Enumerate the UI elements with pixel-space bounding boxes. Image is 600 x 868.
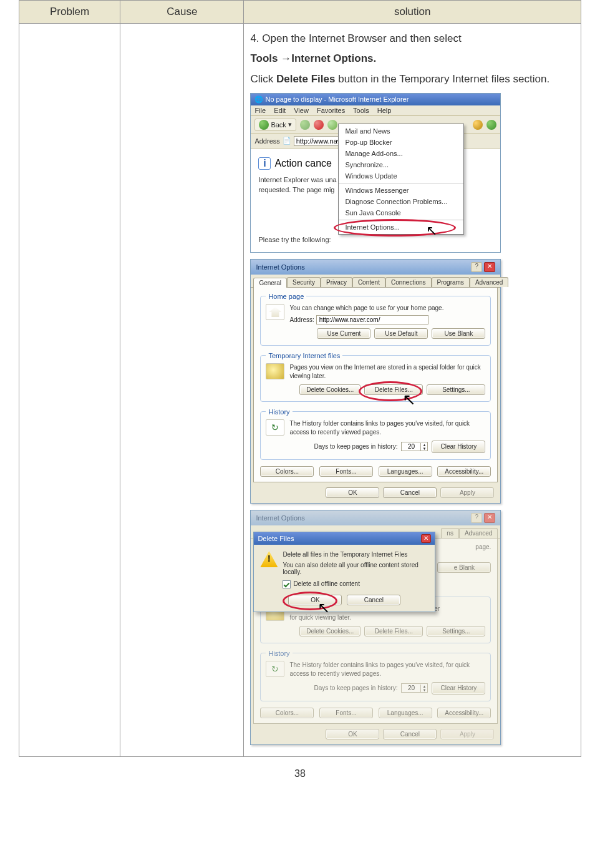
ok-faded: OK xyxy=(326,729,379,739)
tab-connections[interactable]: Connections xyxy=(385,277,432,287)
use-blank-partial: e Blank xyxy=(437,562,491,573)
dd-manage-addons[interactable]: Manage Add-ons... xyxy=(339,148,463,159)
delete-files-text1: Delete all files in the Temporary Intern… xyxy=(283,551,428,558)
homepage-address-input[interactable] xyxy=(316,315,428,324)
stop-button[interactable] xyxy=(314,120,324,130)
colors-button[interactable]: Colors... xyxy=(260,466,314,477)
tab-partial: ns xyxy=(441,528,459,538)
menu-favorites[interactable]: Favorites xyxy=(317,107,345,114)
delete-files-footer: OK ↖ Cancel xyxy=(254,592,435,612)
io-footer: OK Cancel Apply xyxy=(251,485,500,503)
history-days-spinner[interactable]: ▲▼ xyxy=(401,442,428,451)
homepage-legend: Home page xyxy=(266,293,306,300)
tab-content[interactable]: Content xyxy=(352,277,385,287)
history-days-label: Days to keep pages in history: xyxy=(314,442,397,451)
history-legend-faded: History xyxy=(266,650,292,657)
history-days-input[interactable] xyxy=(402,442,420,451)
menu-view[interactable]: View xyxy=(294,107,309,114)
tab-security[interactable]: Security xyxy=(287,277,321,287)
clear-history-button[interactable]: Clear History xyxy=(432,441,485,453)
dd-java-console[interactable]: Sun Java Console xyxy=(339,207,463,218)
use-default-button[interactable]: Use Default xyxy=(374,328,428,339)
menu-tools[interactable]: Tools xyxy=(353,107,369,114)
arrow-icon xyxy=(278,52,291,64)
ie-try-following: Please try the following: xyxy=(258,236,331,243)
fonts-faded: Fonts... xyxy=(319,708,373,718)
delete-cookies-button[interactable]: Delete Cookies... xyxy=(299,384,360,395)
instr-internet-options-bold: Internet Options. xyxy=(291,52,376,64)
history-days-label-faded: Days to keep pages in history: xyxy=(314,684,397,693)
delete-cookies-faded: Delete Cookies... xyxy=(299,626,360,636)
dd-synchronize[interactable]: Synchronize... xyxy=(339,159,463,170)
help-button[interactable]: ? xyxy=(471,262,482,272)
go-icon[interactable] xyxy=(486,120,496,130)
page-number: 38 xyxy=(19,768,581,779)
dd-internet-options[interactable]: Internet Options... ↖ xyxy=(339,222,463,233)
instruction-text: 4. Open the Internet Browser and then se… xyxy=(250,29,574,89)
refresh-button[interactable] xyxy=(327,120,337,130)
favorites-icon[interactable] xyxy=(473,120,483,130)
cell-problem xyxy=(19,24,120,757)
io-titlebar: Internet Options ?✕ xyxy=(251,260,500,275)
dd-popup-blocker[interactable]: Pop-up Blocker xyxy=(339,137,463,148)
dd-diagnose[interactable]: Diagnose Connection Problems... xyxy=(339,196,463,207)
io-apply-button[interactable]: Apply xyxy=(440,487,494,498)
io-cancel-button[interactable]: Cancel xyxy=(383,487,437,498)
back-arrow-icon xyxy=(259,120,269,130)
delete-files-titlebar: Delete Files ✕ xyxy=(254,532,435,545)
dd-windows-update[interactable]: Windows Update xyxy=(339,170,463,182)
history-group: History The History folder contains link… xyxy=(260,408,491,460)
languages-button[interactable]: Languages... xyxy=(379,466,432,477)
instr-delete-files-bold: Delete Files xyxy=(276,73,336,85)
page-icon: 📄 xyxy=(283,137,291,145)
menu-edit[interactable]: Edit xyxy=(274,107,286,114)
homepage-address-label: Address: xyxy=(289,316,314,323)
delete-files-ok-button[interactable]: OK ↖ xyxy=(288,595,342,605)
delete-files-cancel-button[interactable]: Cancel xyxy=(347,595,400,605)
dd-windows-messenger[interactable]: Windows Messenger xyxy=(339,185,463,196)
temp-settings-button[interactable]: Settings... xyxy=(427,384,485,395)
dd-mail-news[interactable]: Mail and News xyxy=(339,125,463,137)
info-icon: i xyxy=(258,157,271,170)
delete-files-body: Delete all files in the Temporary Intern… xyxy=(254,545,435,592)
ie-browser-screenshot: 🌐 No page to display - Microsoft Interne… xyxy=(250,93,501,253)
delete-offline-checkbox[interactable] xyxy=(283,580,291,588)
back-button[interactable]: Back ▾ xyxy=(254,119,296,131)
io-body: Home page You can change which page to u… xyxy=(253,288,498,482)
cell-solution: 4. Open the Internet Browser and then se… xyxy=(244,24,581,757)
ie-menubar: File Edit View Favorites Tools Help xyxy=(251,105,500,116)
tab-programs[interactable]: Programs xyxy=(432,277,470,287)
io-tabs: General Security Privacy Content Connect… xyxy=(251,275,500,288)
history-legend: History xyxy=(266,408,292,416)
io-ok-button[interactable]: OK xyxy=(326,487,379,498)
close-button[interactable]: ✕ xyxy=(484,262,495,272)
instr-line2a: Click xyxy=(250,73,276,85)
use-blank-button[interactable]: Use Blank xyxy=(432,328,485,339)
tab-privacy[interactable]: Privacy xyxy=(321,277,352,287)
delete-files-close-button[interactable]: ✕ xyxy=(421,534,431,543)
help-button-faded: ? xyxy=(471,513,482,523)
accessibility-button[interactable]: Accessibility... xyxy=(437,466,491,477)
io-title-faded: Internet Options xyxy=(256,514,304,522)
delete-files-faded: Delete Files... xyxy=(364,626,423,636)
languages-faded: Languages... xyxy=(379,708,432,718)
colors-faded: Colors... xyxy=(260,708,314,718)
delete-files-text2: You can also delete all your offline con… xyxy=(283,562,428,575)
homepage-desc: You can change which page to use for you… xyxy=(289,304,485,313)
tab-general[interactable]: General xyxy=(253,278,287,288)
tab-advanced[interactable]: Advanced xyxy=(470,277,508,287)
use-current-button[interactable]: Use Current xyxy=(317,328,370,339)
settings-faded: Settings... xyxy=(427,626,485,636)
forward-button[interactable] xyxy=(300,120,310,130)
cell-cause xyxy=(120,24,244,757)
spin-down-icon[interactable]: ▼ xyxy=(420,447,427,451)
temp-files-legend: Temporary Internet files xyxy=(266,352,342,359)
homepage-group: Home page You can change which page to u… xyxy=(260,293,491,346)
fonts-button[interactable]: Fonts... xyxy=(319,466,373,477)
ie-window-title: No page to display - Microsoft Internet … xyxy=(265,95,409,103)
delete-files-button[interactable]: Delete Files... ↖ xyxy=(364,384,423,395)
menu-file[interactable]: File xyxy=(254,107,266,114)
menu-help[interactable]: Help xyxy=(377,107,392,114)
history-icon xyxy=(266,419,284,436)
history-desc: The History folder contains links to pag… xyxy=(289,419,485,437)
